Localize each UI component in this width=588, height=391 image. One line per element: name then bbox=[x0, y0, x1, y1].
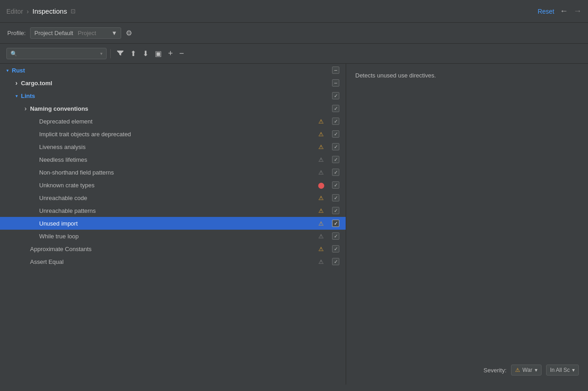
tree-item-assert_equal[interactable]: Assert Equal⚠ bbox=[0, 255, 346, 268]
tree-item-cargo[interactable]: ›Cargo.toml bbox=[0, 77, 346, 89]
checkbox-liveness[interactable] bbox=[332, 143, 339, 150]
checkbox-area-naming bbox=[329, 105, 342, 112]
tree-item-naming[interactable]: ›Naming conventions bbox=[0, 102, 346, 115]
profile-bar: Profile: Project Default Project ▼ ⚙ bbox=[0, 23, 588, 44]
severity-icon-deprecated: ⚠ bbox=[317, 118, 326, 125]
back-button[interactable]: ← bbox=[560, 6, 568, 16]
checkbox-area-cargo bbox=[329, 79, 342, 87]
tree-item-lints[interactable]: ▾Lints bbox=[0, 89, 346, 102]
severity-bar: Severity: ⚠ War ▾ In All Sc ▾ bbox=[484, 365, 579, 376]
item-label-needless: Needless lifetimes bbox=[39, 156, 317, 163]
checkbox-unreachable_patterns[interactable] bbox=[332, 207, 339, 214]
checkbox-area-nonshorthand bbox=[329, 169, 342, 176]
search-box[interactable]: 🔍 ▾ bbox=[6, 48, 107, 59]
item-label-unreachable_patterns: Unreachable patterns bbox=[39, 207, 317, 214]
item-label-implicit: Implicit trait objects are deprecated bbox=[39, 131, 317, 138]
checkbox-area-approx_constants bbox=[329, 245, 342, 252]
item-label-lints: Lints bbox=[21, 93, 317, 99]
tree-item-unused_import[interactable]: Unused import⚠ bbox=[0, 217, 346, 230]
tree-item-unreachable_patterns[interactable]: Unreachable patterns⚠ bbox=[0, 204, 346, 217]
item-label-deprecated: Deprecated element bbox=[39, 118, 317, 125]
tree-item-implicit[interactable]: Implicit trait objects are deprecated⚠ bbox=[0, 128, 346, 140]
checkbox-unknown_crate[interactable] bbox=[332, 181, 339, 189]
search-icon: 🔍 bbox=[10, 51, 17, 57]
tree-item-deprecated[interactable]: Deprecated element⚠ bbox=[0, 115, 346, 128]
checkbox-deprecated[interactable] bbox=[332, 118, 339, 125]
checkbox-assert_equal[interactable] bbox=[332, 258, 339, 265]
severity-dropdown[interactable]: ⚠ War ▾ bbox=[511, 365, 542, 376]
header-right: Reset ← → bbox=[537, 6, 582, 16]
breadcrumb-separator: › bbox=[27, 8, 29, 15]
checkbox-needless[interactable] bbox=[332, 156, 339, 163]
editor-label: Editor bbox=[6, 8, 23, 15]
severity-icon-implicit: ⚠ bbox=[317, 131, 326, 138]
tree-item-while_true[interactable]: While true loop⚠ bbox=[0, 230, 346, 242]
toolbar: 🔍 ▾ ⬆ ⬇ ▣ + − bbox=[0, 44, 588, 64]
filter-button[interactable] bbox=[114, 48, 126, 59]
severity-icon-approx_constants: ⚠ bbox=[317, 246, 326, 252]
tree-item-liveness[interactable]: Liveness analysis⚠ bbox=[0, 140, 346, 153]
tree-item-unreachable_code[interactable]: Unreachable code⚠ bbox=[0, 191, 346, 204]
filter-icon bbox=[117, 49, 124, 57]
checkbox-lints[interactable] bbox=[332, 92, 339, 99]
severity-icon-unreachable_code: ⚠ bbox=[317, 195, 326, 201]
expand-arrow-lints: ▾ bbox=[13, 93, 20, 98]
tree-item-nonshorthand[interactable]: Non-shorthand field patterns⚠ bbox=[0, 166, 346, 179]
checkbox-cargo[interactable] bbox=[332, 79, 339, 87]
toggle-view-button[interactable]: ▣ bbox=[153, 48, 164, 59]
severity-warning-icon: ⚠ bbox=[515, 367, 520, 373]
severity-icon-needless: ⚠ bbox=[317, 156, 326, 163]
severity-icon-unused_import: ⚠ bbox=[317, 220, 326, 227]
profile-arrow: ▼ bbox=[112, 30, 118, 36]
checkbox-area-needless bbox=[329, 156, 342, 163]
checkbox-area-unreachable_patterns bbox=[329, 207, 342, 214]
item-label-unused_import: Unused import bbox=[39, 220, 317, 227]
checkbox-area-rust bbox=[329, 67, 342, 74]
checkbox-approx_constants[interactable] bbox=[332, 245, 339, 252]
item-label-unreachable_code: Unreachable code bbox=[39, 195, 317, 201]
item-label-unknown_crate: Unknown crate types bbox=[39, 182, 317, 189]
checkbox-area-unreachable_code bbox=[329, 194, 342, 201]
checkbox-implicit[interactable] bbox=[332, 130, 339, 138]
tree-item-approx_constants[interactable]: Approximate Constants⚠ bbox=[0, 242, 346, 255]
item-label-assert_equal: Assert Equal bbox=[30, 258, 317, 265]
severity-icon-unreachable_patterns: ⚠ bbox=[317, 207, 326, 214]
forward-button[interactable]: → bbox=[573, 6, 582, 16]
item-label-nonshorthand: Non-shorthand field patterns bbox=[39, 169, 317, 176]
tree-item-unknown_crate[interactable]: Unknown crate types⬤ bbox=[0, 179, 346, 191]
header: Editor › Inspections ⊡ Reset ← → bbox=[0, 0, 588, 23]
checkbox-rust[interactable] bbox=[332, 67, 339, 74]
tree-item-needless[interactable]: Needless lifetimes⚠ bbox=[0, 153, 346, 166]
checkbox-area-while_true bbox=[329, 232, 342, 240]
severity-icon-assert_equal: ⚠ bbox=[317, 258, 326, 265]
window-icon: ⊡ bbox=[71, 8, 76, 15]
scope-arrow: ▾ bbox=[572, 367, 575, 373]
checkbox-area-liveness bbox=[329, 143, 342, 150]
expand-arrow-rust: ▾ bbox=[4, 68, 11, 73]
severity-value: War bbox=[522, 367, 532, 373]
add-button[interactable]: + bbox=[166, 47, 175, 60]
checkbox-while_true[interactable] bbox=[332, 232, 339, 240]
profile-name: Project Default bbox=[34, 30, 73, 36]
right-panel: Detects unused use directives. Severity:… bbox=[346, 64, 588, 385]
inspection-description: Detects unused use directives. bbox=[355, 71, 579, 80]
remove-button[interactable]: − bbox=[177, 47, 187, 60]
profile-dropdown[interactable]: Project Default Project ▼ bbox=[30, 27, 121, 39]
page-title: Inspections bbox=[32, 7, 67, 15]
expand-all-button[interactable]: ⬆ bbox=[128, 48, 138, 59]
search-input[interactable] bbox=[20, 50, 97, 57]
checkbox-unreachable_code[interactable] bbox=[332, 194, 339, 201]
checkbox-naming[interactable] bbox=[332, 105, 339, 112]
reset-button[interactable]: Reset bbox=[537, 8, 554, 15]
tree-item-rust[interactable]: ▾Rust bbox=[0, 64, 346, 77]
item-label-while_true: While true loop bbox=[39, 233, 317, 240]
collapse-all-button[interactable]: ⬇ bbox=[140, 48, 151, 59]
scope-dropdown[interactable]: In All Sc ▾ bbox=[546, 365, 579, 376]
checkbox-unused_import[interactable] bbox=[332, 220, 339, 227]
search-dropdown-arrow: ▾ bbox=[100, 51, 102, 56]
item-label-approx_constants: Approximate Constants bbox=[30, 246, 317, 252]
checkbox-nonshorthand[interactable] bbox=[332, 169, 339, 176]
item-label-naming: Naming conventions bbox=[30, 105, 317, 112]
gear-button[interactable]: ⚙ bbox=[126, 29, 132, 37]
checkbox-area-assert_equal bbox=[329, 258, 342, 265]
